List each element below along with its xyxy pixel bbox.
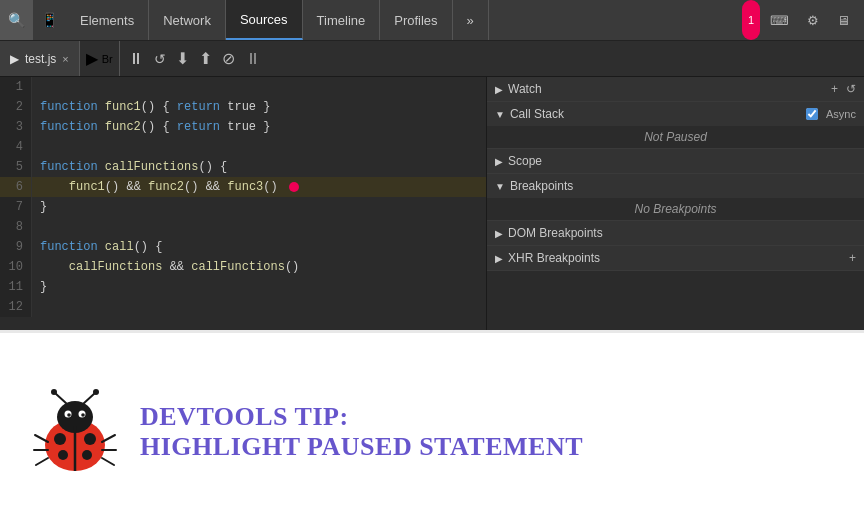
run-icon: ▶	[10, 52, 19, 66]
file-tab-testjs[interactable]: ▶ test.js ×	[0, 41, 80, 76]
breakpoints-status: No Breakpoints	[487, 198, 864, 220]
tab-more[interactable]: »	[453, 0, 489, 40]
devtools-topbar: 🔍 📱 Elements Network Sources Timeline Pr…	[0, 0, 864, 41]
watch-triangle: ▶	[495, 84, 503, 95]
tip-title-line1: DevTools Tip:	[140, 402, 583, 432]
header-right-controls: 1 ⌨ ⚙ 🖥	[742, 0, 864, 40]
watch-controls: + ↺	[831, 82, 856, 96]
step-over-button[interactable]: ↺	[154, 51, 166, 67]
code-line-12: 12	[0, 297, 486, 317]
tip-title-line2: Highlight Paused Statement	[140, 432, 583, 462]
main-content: 1 2 function func1() { return true } 3 f…	[0, 77, 864, 330]
breakpoints-header[interactable]: ▼ Breakpoints	[487, 174, 864, 198]
xhr-bp-triangle: ▶	[495, 253, 503, 264]
step-into-button[interactable]: ⬇	[176, 49, 189, 68]
right-panel: ▶ Watch + ↺ ▼ Call Stack Async Not Pause…	[487, 77, 864, 330]
xhr-breakpoints-section: ▶ XHR Breakpoints +	[487, 246, 864, 271]
dom-bp-triangle: ▶	[495, 228, 503, 239]
pause-button[interactable]: ⏸	[128, 50, 144, 68]
async-checkbox[interactable]	[806, 108, 818, 120]
svg-point-6	[82, 450, 92, 460]
scope-header[interactable]: ▶ Scope	[487, 149, 864, 173]
breakpoints-triangle: ▼	[495, 181, 505, 192]
watch-header[interactable]: ▶ Watch + ↺	[487, 77, 864, 101]
dom-breakpoints-label: DOM Breakpoints	[508, 226, 603, 240]
svg-point-3	[54, 433, 66, 445]
code-line-4: 4	[0, 137, 486, 157]
callstack-label: Call Stack	[510, 107, 564, 121]
ladybug-icon	[30, 387, 120, 477]
svg-line-13	[83, 393, 95, 404]
svg-point-9	[67, 413, 71, 417]
mobile-icon[interactable]: 📱	[33, 0, 66, 40]
code-line-8: 8	[0, 217, 486, 237]
code-line-6: 6 func1() && func2() && func3()	[0, 177, 486, 197]
svg-point-4	[58, 450, 68, 460]
tab-network[interactable]: Network	[149, 0, 226, 40]
callstack-triangle: ▼	[495, 109, 505, 120]
async-control: Async	[806, 108, 856, 120]
tab-profiles[interactable]: Profiles	[380, 0, 452, 40]
code-line-10: 10 callFunctions && callFunctions()	[0, 257, 486, 277]
step-out-button[interactable]: ⬆	[199, 49, 212, 68]
search-icon[interactable]: 🔍	[0, 0, 33, 40]
code-line-1: 1	[0, 77, 486, 97]
xhr-breakpoints-header[interactable]: ▶ XHR Breakpoints +	[487, 246, 864, 270]
deactivate-button[interactable]: ⊘	[222, 49, 235, 68]
code-line-7: 7 }	[0, 197, 486, 217]
svg-point-5	[84, 433, 96, 445]
format-icon[interactable]: ▶	[86, 49, 98, 68]
debug-toolbar: ⏸ ↺ ⬇ ⬆ ⊘ ⏸	[119, 41, 269, 76]
callstack-header[interactable]: ▼ Call Stack Async	[487, 102, 864, 126]
console-icon[interactable]: ⌨	[762, 0, 797, 40]
code-editor[interactable]: 1 2 function func1() { return true } 3 f…	[0, 77, 487, 330]
tab-elements[interactable]: Elements	[66, 0, 149, 40]
xhr-breakpoints-label: XHR Breakpoints	[508, 251, 600, 265]
code-line-5: 5 function callFunctions() {	[0, 157, 486, 177]
svg-line-17	[36, 458, 48, 465]
async-label-text: Async	[826, 108, 856, 120]
counter-badge: 1	[742, 0, 760, 40]
watch-refresh-button[interactable]: ↺	[846, 82, 856, 96]
code-line-2: 2 function func1() { return true }	[0, 97, 486, 117]
tip-text-block: DevTools Tip: Highlight Paused Statement	[140, 402, 583, 462]
xhr-add-control: +	[849, 251, 856, 265]
svg-line-11	[55, 393, 67, 404]
settings-icon[interactable]: ⚙	[799, 0, 827, 40]
tip-section: DevTools Tip: Highlight Paused Statement	[0, 330, 864, 530]
pretty-print-icon[interactable]: Br	[102, 53, 113, 65]
code-line-3: 3 function func2() { return true }	[0, 117, 486, 137]
breakpoints-label: Breakpoints	[510, 179, 573, 193]
scope-label: Scope	[508, 154, 542, 168]
breakpoints-section: ▼ Breakpoints No Breakpoints	[487, 174, 864, 221]
scope-triangle: ▶	[495, 156, 503, 167]
svg-point-14	[93, 389, 99, 395]
callstack-status: Not Paused	[487, 126, 864, 148]
tab-sources[interactable]: Sources	[226, 0, 303, 40]
sources-toolbar: ▶ test.js × ▶ Br ⏸ ↺ ⬇ ⬆ ⊘ ⏸	[0, 41, 864, 77]
code-line-11: 11 }	[0, 277, 486, 297]
tab-timeline[interactable]: Timeline	[303, 0, 381, 40]
xhr-add-button[interactable]: +	[849, 251, 856, 265]
watch-add-button[interactable]: +	[831, 82, 838, 96]
dom-breakpoints-section: ▶ DOM Breakpoints	[487, 221, 864, 246]
code-line-9: 9 function call() {	[0, 237, 486, 257]
file-tab-label: test.js	[25, 52, 56, 66]
svg-point-10	[81, 413, 85, 417]
svg-line-20	[102, 458, 114, 465]
watch-label: Watch	[508, 82, 542, 96]
scope-section: ▶ Scope	[487, 149, 864, 174]
pause2-button[interactable]: ⏸	[245, 50, 261, 68]
monitor-icon[interactable]: 🖥	[829, 0, 858, 40]
watch-section: ▶ Watch + ↺	[487, 77, 864, 102]
close-tab-button[interactable]: ×	[62, 53, 68, 65]
editor-controls: ▶ Br	[80, 41, 119, 76]
dom-breakpoints-header[interactable]: ▶ DOM Breakpoints	[487, 221, 864, 245]
callstack-section: ▼ Call Stack Async Not Paused	[487, 102, 864, 149]
svg-point-12	[51, 389, 57, 395]
